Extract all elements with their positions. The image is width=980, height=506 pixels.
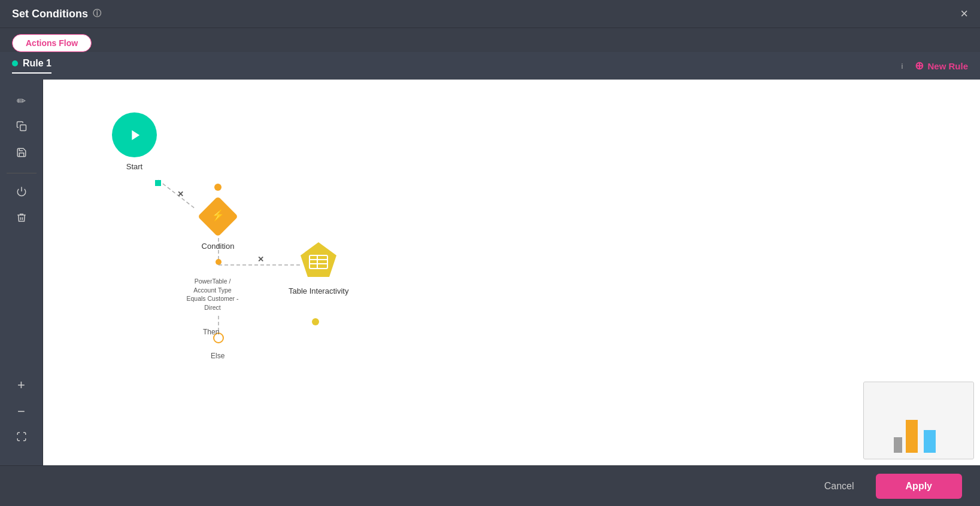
- svg-line-2: [158, 180, 195, 208]
- footer: Cancel Apply: [0, 465, 980, 506]
- rule-label: Rule 1: [12, 58, 51, 74]
- save-icon: [16, 147, 27, 161]
- else-label: Else: [211, 352, 224, 360]
- minimap-inner: [864, 382, 973, 459]
- modal-header: Set Conditions ⓘ ×: [0, 0, 980, 28]
- new-rule-button[interactable]: ⊕ New Rule: [915, 59, 968, 72]
- zoom-in-button[interactable]: +: [10, 373, 34, 397]
- trash-icon: [16, 212, 27, 226]
- edit-tool-button[interactable]: ✏: [10, 89, 34, 113]
- table-interactivity-label: Table Interactivity: [289, 286, 348, 295]
- svg-text:⚡: ⚡: [211, 209, 225, 222]
- actions-flow-tab[interactable]: Actions Flow: [12, 34, 92, 52]
- table-pentagon-icon: [298, 241, 339, 282]
- edit-icon: ✏: [17, 95, 26, 108]
- svg-rect-0: [20, 124, 26, 130]
- apply-button[interactable]: Apply: [876, 474, 962, 499]
- start-label: Start: [126, 162, 142, 171]
- power-tool-button[interactable]: [10, 181, 34, 205]
- delete-tool-button[interactable]: [10, 207, 34, 231]
- toolbar-top: ✏: [7, 89, 37, 370]
- condition-label: Condition: [202, 242, 235, 251]
- toolbar-bottom: + −: [10, 373, 34, 456]
- zoom-out-button[interactable]: −: [10, 400, 34, 423]
- copy-icon: [16, 121, 27, 135]
- cancel-button[interactable]: Cancel: [812, 475, 866, 498]
- modal-container: Set Conditions ⓘ × Actions Flow Rule 1 i…: [0, 0, 980, 506]
- svg-text:✕: ✕: [257, 255, 264, 264]
- svg-point-4: [214, 184, 222, 191]
- rule-bar: Rule 1 i ⊕ New Rule: [0, 52, 980, 80]
- start-circle[interactable]: [112, 112, 157, 157]
- zoom-in-icon: +: [17, 377, 25, 393]
- svg-point-6: [216, 259, 222, 265]
- condition-branch-text: PowerTable / Account Type Equals Custome…: [186, 277, 239, 312]
- fit-icon: [16, 431, 27, 445]
- minimap-bar-orange: [906, 420, 918, 453]
- minimap-bar-gray: [894, 437, 902, 453]
- save-tool-button[interactable]: [10, 142, 34, 166]
- svg-marker-13: [132, 130, 139, 139]
- copy-tool-button[interactable]: [10, 115, 34, 139]
- rule-active-dot: [12, 60, 18, 66]
- connectors-svg: ✕ ✕: [43, 80, 980, 465]
- svg-text:✕: ✕: [177, 190, 184, 199]
- condition-node[interactable]: ⚡ Condition: [198, 196, 238, 251]
- start-node[interactable]: Start: [112, 112, 157, 171]
- modal-title: Set Conditions ⓘ: [12, 8, 101, 20]
- new-rule-label: New Rule: [927, 61, 968, 71]
- then-label: Then: [203, 328, 219, 336]
- power-icon: [16, 186, 27, 200]
- start-output-dot: [155, 180, 161, 186]
- canvas-area: ✏: [0, 80, 980, 465]
- close-button[interactable]: ×: [960, 7, 968, 20]
- zoom-out-icon: −: [17, 404, 25, 419]
- svg-point-12: [312, 318, 319, 325]
- condition-diamond-wrapper[interactable]: ⚡: [198, 196, 238, 237]
- minimap-bar-blue: [924, 430, 936, 453]
- tab-bar: Actions Flow: [0, 28, 980, 52]
- fit-view-button[interactable]: [10, 426, 34, 450]
- modal-title-text: Set Conditions: [12, 8, 88, 20]
- modal-info-icon: ⓘ: [93, 8, 101, 19]
- table-interactivity-node[interactable]: Table Interactivity: [289, 241, 348, 295]
- flow-canvas[interactable]: ✕ ✕: [43, 80, 980, 465]
- rule-label-text: Rule 1: [23, 58, 51, 69]
- new-rule-plus-icon: ⊕: [915, 59, 924, 72]
- rule-info-icon: i: [902, 62, 903, 71]
- toolbar-divider: [7, 173, 37, 173]
- minimap: [863, 382, 974, 459]
- left-toolbar: ✏: [0, 80, 43, 465]
